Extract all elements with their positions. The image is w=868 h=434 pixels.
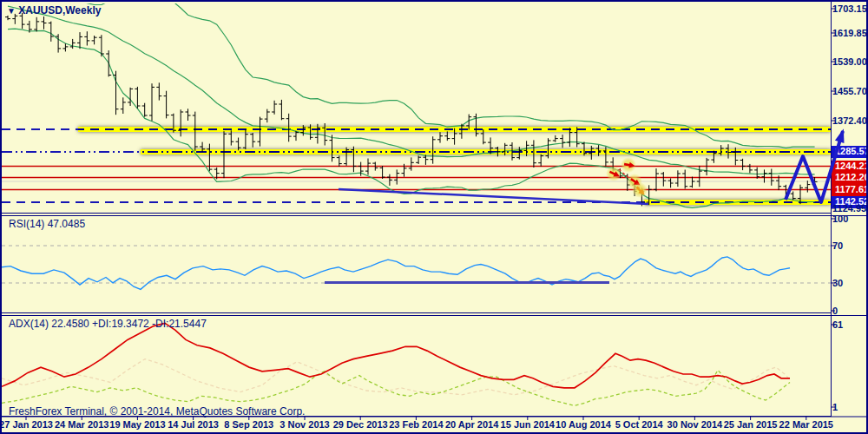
date-tick-label: 30 Nov 2014 (667, 419, 723, 430)
trading-terminal-window: ▼ XAUUSD,Weekly RSI(14) 47.0485 ADX(14) … (0, 0, 868, 434)
dropdown-triangle-icon[interactable]: ▼ (7, 6, 16, 16)
date-tick-label: 27 Jan 2013 (0, 419, 53, 430)
date-tick-label: 15 Jun 2014 (501, 419, 555, 430)
symbol-timeframe-label: XAUUSD,Weekly (18, 4, 101, 16)
adx-panel[interactable] (2, 315, 832, 417)
price-tick-label: 1619.85 (832, 28, 867, 38)
price-tick-label: 1372.40 (832, 115, 867, 126)
date-tick-label: 24 Mar 2013 (55, 419, 108, 430)
rsi-tick-label: 100 (832, 214, 848, 224)
main-chart-panel[interactable] (2, 2, 832, 214)
rsi-tick-label: 0 (832, 306, 838, 316)
rsi-tick-label: 30 (832, 278, 843, 288)
date-tick-label: 23 Feb 2014 (389, 419, 443, 430)
date-tick-label: 19 May 2013 (109, 419, 165, 430)
price-line-label: 1212.20 (832, 172, 868, 184)
rsi-indicator-label: RSI(14) 47.0485 (9, 218, 85, 230)
adx-tick-label: 1 (832, 402, 838, 412)
date-tick-label: 20 Apr 2014 (445, 419, 498, 430)
date-tick-label: 8 Sep 2013 (224, 419, 273, 430)
forecast-arrowhead-icon (835, 128, 845, 143)
price-tick-label: 1124.95 (832, 203, 866, 214)
copyright-label: FreshForex Terminal, © 2001-2014, MetaQu… (9, 405, 305, 418)
date-tick-label: 5 Oct 2014 (615, 419, 663, 430)
price-axis-line (831, 2, 832, 417)
symbol-label-row: ▼ XAUUSD,Weekly (7, 4, 101, 16)
price-tick-label: 1703.15 (832, 3, 867, 14)
date-tick-label: 22 Mar 2015 (779, 419, 833, 430)
rsi-panel[interactable] (2, 215, 832, 313)
adx-indicator-label: ADX(14) 22.4580 +DI:19.3472 -DI:21.5447 (9, 318, 207, 330)
date-tick-label: 3 Nov 2013 (279, 419, 329, 430)
rsi-tick-label: 70 (832, 240, 843, 251)
price-tick-label: 1455.70 (832, 86, 867, 96)
price-line-label: 1244.21 (832, 161, 868, 173)
price-line-label: 1285.57 (832, 146, 868, 158)
date-tick-label: 14 Jul 2013 (168, 419, 219, 430)
date-tick-label: 10 Aug 2014 (556, 419, 611, 430)
date-tick-label: 25 Jan 2015 (724, 419, 778, 430)
price-tick-label: 1539.00 (832, 56, 867, 67)
price-line-label: 1177.61 (832, 184, 868, 196)
adx-tick-label: 61 (832, 319, 843, 330)
date-tick-label: 29 Dec 2013 (333, 419, 388, 430)
